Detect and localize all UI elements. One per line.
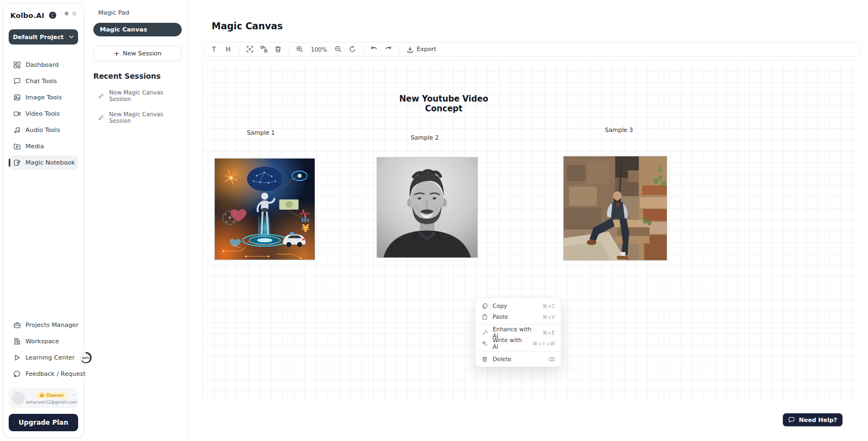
export-label: Export xyxy=(417,46,436,53)
sidebar-item-label: Chat Tools xyxy=(25,78,57,85)
svg-text:¥: ¥ xyxy=(302,222,309,235)
menu-item-delete[interactable]: Delete ⌫ xyxy=(476,354,561,364)
menu-divider xyxy=(476,351,561,351)
trash-icon xyxy=(275,46,282,53)
dashboard-icon xyxy=(14,61,21,68)
sidebar-item-audio-tools[interactable]: Audio Tools xyxy=(9,123,78,137)
text-tool-button[interactable]: T xyxy=(207,43,221,55)
sample-1-image[interactable]: ¥ xyxy=(214,158,315,260)
page-title: Magic Canvas xyxy=(212,21,283,32)
moon-icon[interactable] xyxy=(72,11,76,19)
audio-icon xyxy=(14,127,21,134)
menu-item-label: Paste xyxy=(493,313,508,320)
sidebar-nav: Dashboard Chat Tools Image Tools Video T… xyxy=(9,58,78,170)
zoom-in-button[interactable] xyxy=(293,43,307,55)
connector-icon xyxy=(260,46,267,53)
sidebar-item-feedback-request[interactable]: Feedback / Request xyxy=(9,367,78,381)
ai-select-button[interactable] xyxy=(243,43,257,55)
canvas-heading-text[interactable]: New Youtube Video Concept xyxy=(381,94,506,114)
sample-1-label[interactable]: Sample 1 xyxy=(247,129,275,136)
sidebar-item-projects-manager[interactable]: Projects Manager xyxy=(9,318,78,332)
ai-select-icon xyxy=(246,46,253,53)
trash-icon xyxy=(482,356,488,362)
magic-pad-label: Magic Pad xyxy=(98,9,129,16)
download-icon xyxy=(407,46,413,53)
plus-icon: + xyxy=(113,50,119,57)
menu-shortcut: ⌫ xyxy=(548,356,555,362)
magic-wand-icon xyxy=(482,330,488,336)
briefcase-icon xyxy=(14,322,21,329)
sidebar-item-workspace[interactable]: Workspace xyxy=(9,334,78,349)
feedback-bubble-icon xyxy=(14,370,21,377)
sidebar-item-magic-notebook[interactable]: Magic Notebook xyxy=(9,155,78,170)
sidebar-item-label: Workspace xyxy=(25,338,59,345)
zoom-in-icon xyxy=(296,46,303,53)
undo-button[interactable] xyxy=(367,43,381,55)
recent-sessions-heading: Recent Sessions xyxy=(93,72,182,80)
menu-item-copy[interactable]: Copy ⌘+C xyxy=(476,300,561,311)
session-item-label: New Magic Canvas Session xyxy=(109,89,182,102)
sidebar-item-learning-center[interactable]: Learning Center 66% xyxy=(9,350,78,365)
sample-3-image[interactable] xyxy=(563,156,667,261)
need-help-button[interactable]: Need Help? xyxy=(783,413,843,426)
menu-item-enhance-with-ai[interactable]: Enhance with AI ⌘+E xyxy=(476,327,561,338)
chevron-down-icon xyxy=(69,35,74,39)
zoom-out-button[interactable] xyxy=(331,43,345,55)
tab-magic-canvas[interactable]: Magic Canvas xyxy=(93,23,182,36)
sample-2-label[interactable]: Sample 2 xyxy=(411,134,439,141)
brand-logo-text: Kolbo.AI xyxy=(10,11,44,20)
zoom-level[interactable]: 100% xyxy=(307,46,331,53)
brand-row: Kolbo.AI xyxy=(9,11,78,20)
sidebar: Kolbo.AI Default Project Dashboard Chat … xyxy=(3,3,84,438)
sidebar-item-label: Image Tools xyxy=(25,94,62,101)
session-panel: Magic Pad Magic Canvas + New Session Rec… xyxy=(87,0,189,441)
sidebar-item-label: Dashboard xyxy=(25,61,59,68)
redo-icon xyxy=(385,46,392,53)
session-list-item[interactable]: New Magic Canvas Session xyxy=(93,89,182,102)
upgrade-plan-label: Upgrade Plan xyxy=(18,419,68,426)
sample-2-image[interactable] xyxy=(376,157,478,258)
project-selector[interactable]: Default Project xyxy=(9,29,78,45)
menu-shortcut: ⌘+V xyxy=(542,314,555,320)
menu-item-paste[interactable]: Paste ⌘+V xyxy=(476,311,561,322)
paste-icon xyxy=(482,314,488,320)
sidebar-item-media[interactable]: Media xyxy=(9,139,78,154)
owner-badge-label: Owner xyxy=(46,393,64,398)
upgrade-plan-button[interactable]: Upgrade Plan xyxy=(9,414,78,431)
sidebar-item-label: Feedback / Request xyxy=(25,370,86,377)
sidebar-item-image-tools[interactable]: Image Tools xyxy=(9,90,78,105)
menu-shortcut: ⌘+E xyxy=(542,330,555,336)
session-list-item[interactable]: New Magic Canvas Session xyxy=(93,111,182,124)
sidebar-item-dashboard[interactable]: Dashboard xyxy=(9,58,78,72)
sample-3-label[interactable]: Sample 3 xyxy=(605,127,633,134)
heading-tool-button[interactable]: H xyxy=(221,43,235,55)
reset-rotation-button[interactable] xyxy=(346,43,359,55)
connector-tool-button[interactable] xyxy=(257,43,271,55)
main-area: Magic Canvas T H 100% Export New Youtube… xyxy=(189,0,868,441)
sidebar-item-label: Media xyxy=(25,143,44,150)
brain-logo-icon xyxy=(48,11,57,20)
sidebar-item-video-tools[interactable]: Video Tools xyxy=(9,106,78,121)
globe-icon[interactable] xyxy=(65,11,69,19)
pencil-icon xyxy=(98,93,104,99)
sidebar-item-chat-tools[interactable]: Chat Tools xyxy=(9,74,78,89)
chat-help-icon xyxy=(788,417,795,423)
new-session-label: New Session xyxy=(123,50,161,57)
zoom-out-icon xyxy=(335,46,342,53)
video-icon xyxy=(14,110,21,117)
export-button[interactable]: Export xyxy=(403,46,440,53)
delete-tool-button[interactable] xyxy=(271,43,285,55)
menu-shortcut: ⌘+C xyxy=(542,303,555,309)
menu-item-write-with-ai[interactable]: Write with AI ⌘+⇧+W xyxy=(476,338,561,349)
building-icon xyxy=(14,338,21,345)
user-card[interactable]: 👑Owner zoharvan12@gmail.com xyxy=(9,388,78,408)
caret-icon xyxy=(72,393,75,397)
session-item-label: New Magic Canvas Session xyxy=(109,111,182,124)
need-help-label: Need Help? xyxy=(799,417,837,424)
media-folder-icon xyxy=(14,143,21,150)
notebook-icon xyxy=(14,159,21,166)
redo-button[interactable] xyxy=(381,43,395,55)
new-session-button[interactable]: + New Session xyxy=(93,46,182,61)
tab-magic-pad[interactable]: Magic Pad xyxy=(93,8,182,18)
sidebar-footer-nav: Projects Manager Workspace Learning Cent… xyxy=(9,318,78,381)
